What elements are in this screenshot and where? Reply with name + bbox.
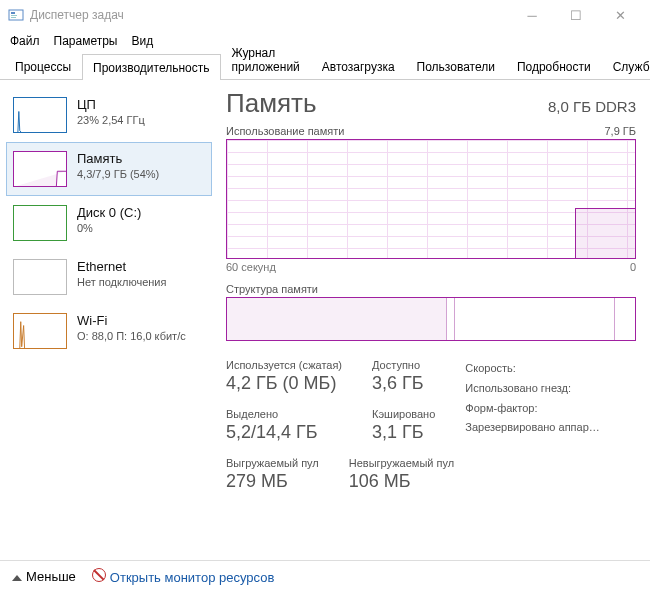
disk-thumb-icon: [13, 205, 67, 241]
sidebar-eth-text: Ethernet Нет подключения: [77, 259, 166, 288]
menu-bar: Файл Параметры Вид: [0, 30, 650, 52]
prop-form: Форм-фактор:: [465, 399, 600, 419]
sidebar-eth-sub: Нет подключения: [77, 276, 166, 288]
chevron-up-icon: [12, 575, 22, 581]
memory-composition-chart: [226, 297, 636, 341]
app-icon: [8, 7, 24, 23]
tab-performance[interactable]: Производительность: [82, 54, 220, 80]
committed-value: 5,2/14,4 ГБ: [226, 422, 342, 443]
usage-chart-label: Использование памяти 7,9 ГБ: [226, 125, 636, 137]
axis-right: 0: [630, 261, 636, 273]
stat-cached: Кэшировано 3,1 ГБ: [372, 408, 435, 443]
available-label: Доступно: [372, 359, 435, 371]
svg-rect-2: [11, 15, 17, 16]
cached-label: Кэшировано: [372, 408, 435, 420]
comp-free: [615, 298, 635, 340]
sidebar-disk-sub: 0%: [77, 222, 141, 234]
sidebar-item-ethernet[interactable]: Ethernet Нет подключения: [6, 250, 212, 304]
page-title: Память: [226, 88, 317, 119]
menu-options[interactable]: Параметры: [54, 34, 118, 48]
status-bar: Меньше Открыть монитор ресурсов: [0, 560, 650, 592]
svg-rect-3: [11, 17, 16, 18]
paged-value: 279 МБ: [226, 471, 319, 492]
tab-startup[interactable]: Автозагрузка: [311, 53, 406, 79]
axis-left: 60 секунд: [226, 261, 276, 273]
stat-available: Доступно 3,6 ГБ: [372, 359, 435, 394]
tab-details[interactable]: Подробности: [506, 53, 602, 79]
sidebar-item-disk[interactable]: Диск 0 (C:) 0%: [6, 196, 212, 250]
sidebar-disk-title: Диск 0 (C:): [77, 205, 141, 220]
cpu-thumb-icon: [13, 97, 67, 133]
comp-in-use: [227, 298, 447, 340]
close-button[interactable]: ✕: [598, 0, 642, 30]
comp-standby: [455, 298, 614, 340]
stat-committed: Выделено 5,2/14,4 ГБ: [226, 408, 342, 443]
content-area: ЦП 23% 2,54 ГГц Память 4,3/7,9 ГБ (54%) …: [0, 80, 650, 560]
cached-value: 3,1 ГБ: [372, 422, 435, 443]
chart-fill: [575, 208, 635, 258]
sidebar-wifi-text: Wi-Fi О: 88,0 П: 16,0 кбит/с: [77, 313, 186, 342]
sidebar-cpu-text: ЦП 23% 2,54 ГГц: [77, 97, 145, 126]
usage-label: Использование памяти: [226, 125, 344, 137]
memory-total: 8,0 ГБ DDR3: [548, 98, 636, 115]
fewer-details-label: Меньше: [26, 569, 76, 584]
comp-modified: [447, 298, 455, 340]
resource-monitor-label: Открыть монитор ресурсов: [110, 570, 274, 585]
menu-file[interactable]: Файл: [10, 34, 40, 48]
stats-col-1: Используется (сжатая) 4,2 ГБ (0 МБ) Выде…: [226, 359, 342, 443]
nonpaged-label: Невыгружаемый пул: [349, 457, 454, 469]
paged-label: Выгружаемый пул: [226, 457, 319, 469]
in-use-value: 4,2 ГБ (0 МБ): [226, 373, 342, 394]
sidebar-wifi-title: Wi-Fi: [77, 313, 186, 328]
prop-reserved: Зарезервировано аппар…: [465, 418, 600, 438]
minimize-button[interactable]: ─: [510, 0, 554, 30]
stat-in-use: Используется (сжатая) 4,2 ГБ (0 МБ): [226, 359, 342, 394]
tab-services[interactable]: Службы: [602, 53, 650, 79]
resource-monitor-icon: [92, 568, 106, 582]
memory-thumb-icon: [13, 151, 67, 187]
memory-properties: Скорость: Использовано гнезд: Форм-факто…: [465, 359, 600, 443]
sidebar-mem-title: Память: [77, 151, 159, 166]
in-use-label: Используется (сжатая): [226, 359, 342, 371]
open-resource-monitor-link[interactable]: Открыть монитор ресурсов: [92, 568, 274, 585]
fewer-details-button[interactable]: Меньше: [12, 569, 76, 584]
ethernet-thumb-icon: [13, 259, 67, 295]
tab-processes[interactable]: Процессы: [4, 53, 82, 79]
sidebar: ЦП 23% 2,54 ГГц Память 4,3/7,9 ГБ (54%) …: [0, 80, 218, 560]
title-bar: Диспетчер задач ─ ☐ ✕: [0, 0, 650, 30]
prop-speed: Скорость:: [465, 359, 600, 379]
chart-x-axis: 60 секунд 0: [226, 261, 636, 273]
sidebar-item-wifi[interactable]: Wi-Fi О: 88,0 П: 16,0 кбит/с: [6, 304, 212, 358]
sidebar-cpu-title: ЦП: [77, 97, 145, 112]
tab-users[interactable]: Пользователи: [406, 53, 506, 79]
nonpaged-value: 106 МБ: [349, 471, 454, 492]
committed-label: Выделено: [226, 408, 342, 420]
stats-col-2: Доступно 3,6 ГБ Кэшировано 3,1 ГБ: [372, 359, 435, 443]
sidebar-wifi-sub: О: 88,0 П: 16,0 кбит/с: [77, 330, 186, 342]
memory-usage-chart: [226, 139, 636, 259]
sidebar-mem-text: Память 4,3/7,9 ГБ (54%): [77, 151, 159, 180]
menu-view[interactable]: Вид: [131, 34, 153, 48]
stat-paged-pool: Выгружаемый пул 279 МБ: [226, 457, 319, 492]
sidebar-item-memory[interactable]: Память 4,3/7,9 ГБ (54%): [6, 142, 212, 196]
stats-row-2: Выгружаемый пул 279 МБ Невыгружаемый пул…: [226, 457, 636, 492]
main-header: Память 8,0 ГБ DDR3: [226, 88, 636, 119]
tab-app-history[interactable]: Журнал приложений: [221, 39, 311, 79]
sidebar-item-cpu[interactable]: ЦП 23% 2,54 ГГц: [6, 88, 212, 142]
sidebar-mem-sub: 4,3/7,9 ГБ (54%): [77, 168, 159, 180]
sidebar-cpu-sub: 23% 2,54 ГГц: [77, 114, 145, 126]
tab-bar: Процессы Производительность Журнал прило…: [0, 52, 650, 80]
sidebar-eth-title: Ethernet: [77, 259, 166, 274]
composition-label: Структура памяти: [226, 283, 636, 295]
svg-rect-1: [11, 12, 15, 14]
usage-max: 7,9 ГБ: [604, 125, 636, 137]
stat-nonpaged-pool: Невыгружаемый пул 106 МБ: [349, 457, 454, 492]
stats-area: Используется (сжатая) 4,2 ГБ (0 МБ) Выде…: [226, 359, 636, 443]
maximize-button[interactable]: ☐: [554, 0, 598, 30]
available-value: 3,6 ГБ: [372, 373, 435, 394]
window-title: Диспетчер задач: [30, 8, 510, 22]
sidebar-disk-text: Диск 0 (C:) 0%: [77, 205, 141, 234]
main-panel: Память 8,0 ГБ DDR3 Использование памяти …: [218, 80, 650, 560]
prop-slots: Использовано гнезд:: [465, 379, 600, 399]
wifi-thumb-icon: [13, 313, 67, 349]
